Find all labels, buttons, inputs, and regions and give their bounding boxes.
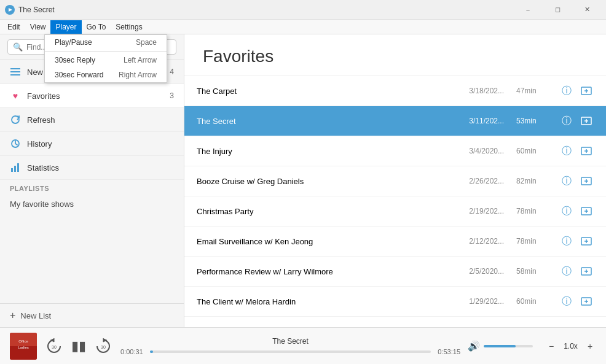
- replay-button[interactable]: 30: [44, 336, 64, 356]
- add-icon[interactable]: [579, 83, 594, 98]
- menu-edit[interactable]: Edit: [2, 20, 25, 34]
- player-artwork: Office Ladies: [10, 333, 37, 360]
- table-row[interactable]: The Injury 3/4/2020... 60min ⓘ: [184, 136, 606, 166]
- episode-duration: 78min: [516, 207, 547, 215]
- sidebar-item-statistics[interactable]: Statistics: [0, 156, 184, 180]
- svg-text:30: 30: [52, 345, 57, 349]
- add-icon[interactable]: [579, 114, 594, 128]
- volume-icon[interactable]: 🔊: [468, 340, 480, 352]
- progress-fill: [150, 350, 153, 353]
- info-icon[interactable]: ⓘ: [559, 144, 574, 158]
- dropdown-play-pause[interactable]: Play/Pause Space: [45, 35, 167, 50]
- speed-value: 1.0x: [560, 342, 581, 350]
- content-header: Favorites: [184, 34, 606, 76]
- dropdown-30sec-forward[interactable]: 30sec Forward Right Arrow: [45, 68, 167, 82]
- pause-button[interactable]: ▮▮: [69, 336, 89, 356]
- progress-row: 0:00:31 0:53:15: [120, 348, 460, 355]
- forward-button[interactable]: 30: [93, 336, 113, 356]
- add-icon[interactable]: [579, 144, 594, 158]
- volume-fill: [484, 345, 516, 347]
- speed-decrease-button[interactable]: −: [545, 340, 557, 352]
- favorites-icon: ♥: [10, 90, 21, 101]
- content-area: Favorites The Carpet 3/18/202... 47min ⓘ…: [184, 34, 606, 327]
- info-icon[interactable]: ⓘ: [559, 294, 574, 309]
- episode-duration: 53min: [516, 117, 547, 125]
- episode-date: 3/4/2020...: [443, 147, 504, 155]
- info-icon[interactable]: ⓘ: [559, 174, 574, 188]
- new-list-label: New List: [20, 311, 51, 320]
- add-icon[interactable]: [579, 204, 594, 219]
- sidebar-nav: New Episodes 4 ♥ Favorites 3 Refresh His…: [0, 60, 184, 303]
- menu-goto[interactable]: Go To: [82, 20, 111, 34]
- episodes-list: The Carpet 3/18/202... 47min ⓘ The Secre…: [184, 76, 606, 327]
- episode-date: 3/11/202...: [443, 117, 504, 125]
- info-icon[interactable]: ⓘ: [559, 234, 574, 249]
- menu-player[interactable]: Player: [50, 20, 81, 34]
- sidebar-item-refresh-label: Refresh: [27, 115, 55, 125]
- table-row[interactable]: Booze Cruise w/ Greg Daniels 2/26/202...…: [184, 166, 606, 196]
- menu-settings[interactable]: Settings: [111, 20, 147, 34]
- add-icon[interactable]: [579, 264, 594, 279]
- table-row[interactable]: The Client w/ Melora Hardin 1/29/202... …: [184, 287, 606, 317]
- svg-text:30: 30: [101, 345, 106, 349]
- episode-date: 2/5/2020...: [443, 267, 504, 276]
- table-row[interactable]: Email Surveillance w/ Ken Jeong 2/12/202…: [184, 227, 606, 257]
- info-icon[interactable]: ⓘ: [559, 83, 574, 98]
- new-list-button[interactable]: + New List: [0, 303, 184, 327]
- sidebar-item-favorites-label: Favorites: [27, 91, 60, 101]
- progress-section: The Secret 0:00:31 0:53:15: [120, 337, 460, 355]
- episode-actions: ⓘ: [559, 204, 594, 219]
- episode-actions: ⓘ: [559, 144, 594, 158]
- episode-actions: ⓘ: [559, 294, 594, 309]
- episode-date: 2/19/202...: [443, 207, 504, 215]
- info-icon[interactable]: ⓘ: [559, 114, 574, 128]
- playlist-item-label: My favorite shows: [10, 199, 74, 209]
- speed-increase-button[interactable]: +: [584, 340, 596, 352]
- table-row[interactable]: Performance Review w/ Larry Wilmore 2/5/…: [184, 257, 606, 287]
- episode-duration: 78min: [516, 237, 547, 246]
- episode-actions: ⓘ: [559, 83, 594, 98]
- maximize-button[interactable]: ◻: [543, 0, 572, 20]
- close-button[interactable]: ✕: [573, 0, 601, 20]
- total-time: 0:53:15: [436, 348, 460, 355]
- history-icon: [10, 138, 21, 149]
- dropdown-30sec-forward-label: 30sec Forward: [55, 71, 103, 79]
- info-icon[interactable]: ⓘ: [559, 264, 574, 279]
- playlist-my-favorite-shows[interactable]: My favorite shows: [0, 195, 184, 214]
- svg-text:Ladies: Ladies: [18, 346, 29, 349]
- plus-icon: +: [10, 310, 15, 321]
- info-icon[interactable]: ⓘ: [559, 204, 574, 219]
- minimize-button[interactable]: −: [514, 0, 542, 20]
- episode-title: The Injury: [197, 147, 443, 156]
- speed-control: − 1.0x +: [545, 340, 596, 352]
- dropdown-30sec-forward-shortcut: Right Arrow: [119, 71, 157, 79]
- episode-date: 1/29/202...: [443, 297, 504, 306]
- add-icon[interactable]: [579, 174, 594, 188]
- player-current-title: The Secret: [272, 337, 309, 346]
- dropdown-30sec-reply[interactable]: 30sec Reply Left Arrow: [45, 53, 167, 68]
- add-icon[interactable]: [579, 294, 594, 309]
- episode-title: Christmas Party: [197, 207, 443, 216]
- table-row[interactable]: Christmas Party 2/19/202... 78min ⓘ: [184, 196, 606, 227]
- window-controls: − ◻ ✕: [514, 0, 601, 20]
- sidebar-item-favorites[interactable]: ♥ Favorites 3: [0, 84, 184, 108]
- episode-duration: 58min: [516, 267, 547, 276]
- svg-text:Office: Office: [18, 339, 28, 343]
- episode-actions: ⓘ: [559, 264, 594, 279]
- sidebar-item-history[interactable]: History: [0, 132, 184, 156]
- table-row[interactable]: The Secret 3/11/202... 53min ⓘ: [184, 106, 606, 136]
- player-dropdown-menu: Play/Pause Space 30sec Reply Left Arrow …: [44, 34, 167, 83]
- episode-duration: 60min: [516, 297, 547, 306]
- dropdown-play-pause-label: Play/Pause: [55, 38, 92, 47]
- table-row[interactable]: The Carpet 3/18/202... 47min ⓘ: [184, 76, 606, 106]
- app-icon: [5, 5, 15, 15]
- sidebar-item-refresh[interactable]: Refresh: [0, 108, 184, 132]
- menu-view[interactable]: View: [25, 20, 51, 34]
- episode-duration: 60min: [516, 147, 547, 155]
- sidebar-item-favorites-count: 3: [170, 91, 174, 100]
- progress-bar[interactable]: [150, 350, 431, 353]
- add-icon[interactable]: [579, 234, 594, 249]
- volume-bar[interactable]: [484, 345, 533, 347]
- sidebar-item-new-episodes-count: 4: [170, 68, 174, 76]
- title-bar: The Secret − ◻ ✕: [0, 0, 606, 20]
